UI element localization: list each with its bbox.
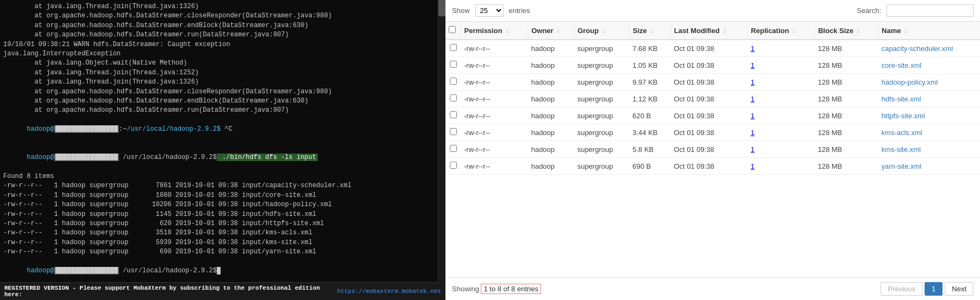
table-row: -rw-r--r--hadoopsupergroup3.44 KBOct 01 … [445,124,980,141]
col-block-size[interactable]: Block Size ↕ [814,22,878,40]
previous-button[interactable]: Previous [881,282,922,296]
entries-text: entries [509,7,530,15]
row-checkbox[interactable] [450,111,457,118]
footer-link[interactable]: https://mobaxterm.mobatek.net [337,288,441,295]
next-button[interactable]: Next [945,282,973,296]
row-permission: -rw-r--r-- [461,158,528,175]
terminal-highlighted-cmd: ./bin/hdfs dfs -ls input [217,154,318,161]
table-row: -rw-r--r--hadoopsupergroup7.68 KBOct 01 … [445,40,980,57]
row-group: supergroup [574,141,630,158]
replication-link[interactable]: 1 [751,95,755,103]
row-name: httpfs-site.xml [878,107,980,124]
row-checkbox-cell [445,57,461,74]
file-link[interactable]: capacity-scheduler.xml [882,44,953,53]
row-last-modified: Oct 01 09:38 [670,141,747,158]
row-block-size: 128 MB [814,57,878,74]
row-group: supergroup [574,107,630,124]
row-name: hdfs-site.xml [878,91,980,107]
row-owner: hadoop [528,91,574,107]
col-last-modified[interactable]: Last Modified ↕ [670,22,747,40]
showing-text: Showing 1 to 8 of 8 entries [452,285,541,293]
browser-table-wrapper: Permission ↕ Owner ↕ Group ↕ Size ↕ Last… [445,22,980,277]
file-link[interactable]: kms-acls.xml [882,129,922,137]
file-link[interactable]: hdfs-site.xml [882,95,921,103]
row-last-modified: Oct 01 09:38 [670,57,747,74]
row-permission: -rw-r--r-- [461,124,528,141]
row-replication: 1 [747,40,815,57]
terminal-line: at org.apache.hadoop.hdfs.DataStreamer.r… [3,106,442,115]
file-link[interactable]: yarn-site.xml [882,162,922,170]
row-checkbox[interactable] [450,128,457,135]
terminal-line: at java.lang.Thread.join(Thread.java:125… [3,68,442,78]
row-name: hadoop-policy.xml [878,74,980,91]
row-owner: hadoop [528,141,574,158]
row-group: supergroup [574,40,630,57]
browser-panel: Show 25 10 50 100 entries Search: Permis… [445,0,980,300]
col-name[interactable]: Name ↕ [878,22,980,40]
row-checkbox[interactable] [450,162,457,169]
row-permission: -rw-r--r-- [461,57,528,74]
row-block-size: 128 MB [814,158,878,175]
col-size[interactable]: Size ↕ [629,22,670,40]
file-link[interactable]: kms-site.xml [882,145,921,154]
terminal-cmd: ^C [221,125,233,133]
row-replication: 1 [747,91,815,107]
terminal-ls-line: -rw-r--r-- 1 hadoop supergroup 620 2019-… [3,219,442,228]
terminal-line: at org.apache.hadoop.hdfs.DataStreamer.c… [3,11,442,21]
search-input[interactable] [887,4,973,17]
row-checkbox[interactable] [450,145,457,152]
terminal-path4: /usr/local/hadoop-2.9.2$ [119,267,217,275]
row-checkbox[interactable] [450,94,457,101]
row-checkbox[interactable] [450,78,457,85]
col-replication[interactable]: Replication ↕ [747,22,815,40]
replication-link[interactable]: 1 [751,112,755,120]
terminal-line: at java.lang.Object.wait(Native Method) [3,59,442,68]
row-block-size: 128 MB [814,124,878,141]
file-link[interactable]: httpfs-site.xml [882,112,925,120]
row-replication: 1 [747,141,815,158]
row-checkbox[interactable] [450,44,457,51]
row-checkbox-cell [445,40,461,57]
row-name: capacity-scheduler.xml [878,40,980,57]
row-owner: hadoop [528,158,574,175]
row-block-size: 128 MB [814,74,878,91]
row-checkbox-cell [445,91,461,107]
table-row: -rw-r--r--hadoopsupergroup690 BOct 01 09… [445,158,980,175]
row-name: kms-site.xml [878,141,980,158]
row-checkbox-cell [445,158,461,175]
col-permission[interactable]: Permission ↕ [461,22,528,40]
page-1-button[interactable]: 1 [925,282,943,296]
terminal-ls-line: -rw-r--r-- 1 hadoop supergroup 1145 2019… [3,210,442,219]
replication-link[interactable]: 1 [751,162,755,170]
row-name: kms-acls.xml [878,124,980,141]
table-row: -rw-r--r--hadoopsupergroup9.97 KBOct 01 … [445,74,980,91]
col-owner[interactable]: Owner ↕ [528,22,574,40]
terminal-path3: /usr/local/hadoop-2.9.2$ [119,154,217,161]
table-row: -rw-r--r--hadoopsupergroup1.12 KBOct 01 … [445,91,980,107]
terminal-line: at java.lang.Thread.join(Thread.java:132… [3,78,442,87]
row-checkbox[interactable] [450,61,457,68]
row-name: core-site.xml [878,57,980,74]
terminal-user: hadoop@████████████████ [27,125,119,133]
replication-link[interactable]: 1 [751,61,755,69]
table-row: -rw-r--r--hadoopsupergroup5.8 KBOct 01 0… [445,141,980,158]
replication-link[interactable]: 1 [751,78,755,86]
terminal-prompt-line3: hadoop@████████████████ /usr/local/hadoo… [3,257,442,282]
row-group: supergroup [574,124,630,141]
replication-link[interactable]: 1 [751,129,755,137]
select-all-checkbox[interactable] [449,26,456,33]
showing-range: 1 to 8 of 8 entries [481,284,541,294]
terminal-scrollbar-thumb[interactable] [438,0,445,16]
replication-link[interactable]: 1 [751,145,755,154]
terminal-scrollbar[interactable] [438,0,445,284]
terminal-content: at java.lang.Thread.join(Thread.java:132… [0,0,445,282]
file-link[interactable]: hadoop-policy.xml [882,78,938,86]
col-group[interactable]: Group ↕ [574,22,630,40]
row-size: 5.8 KB [629,141,670,158]
file-link[interactable]: core-site.xml [882,61,922,69]
row-owner: hadoop [528,107,574,124]
entries-select[interactable]: 25 10 50 100 [475,4,504,17]
replication-link[interactable]: 1 [751,44,755,53]
terminal-panel: at java.lang.Thread.join(Thread.java:132… [0,0,445,300]
col-checkbox [445,22,461,40]
